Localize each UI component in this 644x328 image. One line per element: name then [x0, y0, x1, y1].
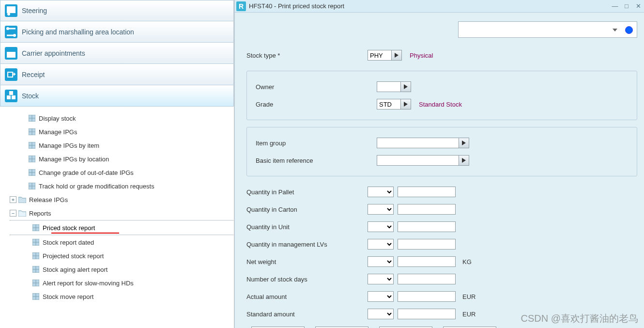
tree-item-manage-ipgs-location[interactable]: Manage IPGs by location [10, 152, 234, 166]
receipt-icon [0, 64, 22, 85]
svg-point-4 [6, 27, 9, 30]
standard-amt-input[interactable] [398, 309, 456, 319]
qty-pallet-input[interactable] [398, 187, 456, 197]
sidebar-accordion-picking[interactable]: Picking and marshalling area location [0, 21, 234, 43]
tree-item-stock-aging[interactable]: Stock aging alert report [10, 263, 234, 276]
minimize-button[interactable]: — [609, 1, 621, 11]
expand-icon[interactable]: + [10, 196, 16, 203]
grid-icon [28, 169, 36, 176]
sidebar-accordion-carrier[interactable]: Carrier appointments [0, 43, 234, 64]
button-bar: Print Cancel Exit Help [246, 323, 637, 328]
tree-item-manage-ipgs[interactable]: Manage IPGs [10, 125, 234, 139]
tree-folder-release-ipgs[interactable]: + Release IPGs [10, 193, 234, 206]
tree-folder-reports[interactable]: − Reports [10, 206, 234, 220]
qty-pallet-op[interactable] [368, 187, 394, 197]
field-qty-carton: Quantity in Carton [246, 201, 637, 218]
svg-rect-13 [9, 91, 13, 95]
field-label: Number of stock days [246, 276, 368, 283]
qty-carton-op[interactable] [368, 204, 394, 215]
stock-type-input[interactable] [368, 50, 392, 61]
field-label: Basic item reference [256, 157, 377, 164]
tree-item-label: Stock report dated [43, 239, 94, 246]
grid-icon [32, 252, 40, 260]
field-label: Standard amount [246, 311, 368, 318]
unit-label: EUR [462, 293, 482, 300]
tree-item-label: Alert report for slow-moving HDs [43, 280, 134, 287]
svg-rect-9 [5, 68, 17, 81]
sidebar-accordion-steering[interactable]: Steering [0, 0, 234, 21]
net-weight-op[interactable] [368, 256, 394, 267]
sidebar-accordion-stock[interactable]: Stock [0, 85, 234, 107]
tree-item-manage-ipgs-item[interactable]: Manage IPGs by item [10, 139, 234, 152]
steering-icon [0, 0, 22, 21]
actual-amt-input[interactable] [398, 291, 456, 302]
grid-icon [28, 182, 36, 190]
detail-panel: R HFST40 - Print priced stock report — □… [234, 0, 644, 328]
item-group-input[interactable] [377, 138, 459, 148]
field-actual-amt: Actual amount EUR [246, 288, 637, 305]
site-selector[interactable] [458, 21, 637, 38]
stock-icon [0, 85, 22, 107]
basic-ref-input[interactable] [377, 155, 459, 166]
standard-amt-op[interactable] [368, 309, 394, 319]
tree-folder-label: Release IPGs [29, 196, 68, 203]
maximize-button[interactable]: □ [621, 1, 632, 11]
qty-mgmt-input[interactable] [398, 239, 456, 250]
tree-item-label: Change grade of out-of-date IPGs [39, 169, 134, 176]
owner-input[interactable] [377, 81, 401, 92]
grid-icon [28, 141, 36, 149]
lookup-button[interactable] [459, 155, 469, 166]
grid-icon [28, 128, 36, 136]
tree-item-slow-hds[interactable]: Alert report for slow-moving HDs [10, 276, 234, 290]
grade-input[interactable] [377, 99, 401, 109]
tree-item-projected-stock-report[interactable]: Projected stock report [10, 249, 234, 263]
svg-point-2 [7, 13, 10, 16]
field-label: Owner [256, 83, 377, 91]
field-label: Quantity in management LVs [246, 241, 368, 248]
tree-item-stock-report-dated[interactable]: Stock report dated [10, 235, 234, 249]
tree-item-stock-move[interactable]: Stock move report [10, 290, 234, 303]
tree-folder-label: Reports [29, 210, 51, 217]
collapse-icon[interactable]: − [10, 210, 16, 217]
lookup-button[interactable] [459, 138, 469, 148]
stock-days-input[interactable] [398, 274, 456, 284]
tree-item-label: Stock aging alert report [43, 266, 107, 273]
tree-item-label: Manage IPGs by location [39, 156, 109, 163]
tree-item-label: Track hold or grade modification request… [39, 183, 154, 190]
unit-label: EUR [462, 311, 482, 318]
grid-icon [32, 224, 40, 232]
field-stock-days: Number of stock days [246, 270, 637, 288]
qty-unit-input[interactable] [398, 221, 456, 232]
qty-unit-op[interactable] [368, 221, 394, 232]
sidebar: Steering Picking and marshalling area lo… [0, 0, 234, 328]
grid-icon [28, 155, 36, 163]
tree-item-label: Manage IPGs by item [39, 142, 99, 149]
actual-amt-op[interactable] [368, 291, 394, 302]
tree-item-track-hold[interactable]: Track hold or grade modification request… [10, 179, 234, 193]
qty-carton-input[interactable] [398, 204, 456, 215]
field-label: Stock type * [246, 52, 368, 59]
tree-item-change-grade[interactable]: Change grade of out-of-date IPGs [10, 166, 234, 179]
svg-rect-12 [12, 95, 15, 99]
field-qty-unit: Quantity in Unit [246, 218, 637, 235]
form-content: Stock type * Physical Owner Grade Standa… [235, 13, 644, 328]
qty-mgmt-op[interactable] [368, 239, 394, 250]
tree-item-display-stock[interactable]: Display stock [10, 111, 234, 125]
lookup-button[interactable] [400, 99, 411, 109]
tree-item-priced-stock-report[interactable]: Priced stock report [10, 221, 234, 234]
folder-open-icon [18, 209, 26, 217]
lookup-button[interactable] [391, 50, 402, 61]
stock-days-op[interactable] [368, 274, 394, 284]
field-stock-type: Stock type * Physical [246, 47, 637, 64]
window-titlebar: R HFST40 - Print priced stock report — □… [235, 0, 644, 13]
chevron-down-icon [613, 28, 617, 32]
sidebar-accordion-receipt[interactable]: Receipt [0, 64, 234, 85]
field-label: Quantity in Pallet [246, 188, 368, 196]
grid-icon [32, 238, 40, 246]
close-button[interactable]: ✕ [632, 1, 644, 11]
grid-icon [32, 293, 40, 300]
lookup-button[interactable] [400, 81, 411, 92]
tree-item-label: Priced stock report [43, 224, 95, 232]
net-weight-input[interactable] [398, 256, 456, 267]
grid-icon [28, 114, 36, 122]
